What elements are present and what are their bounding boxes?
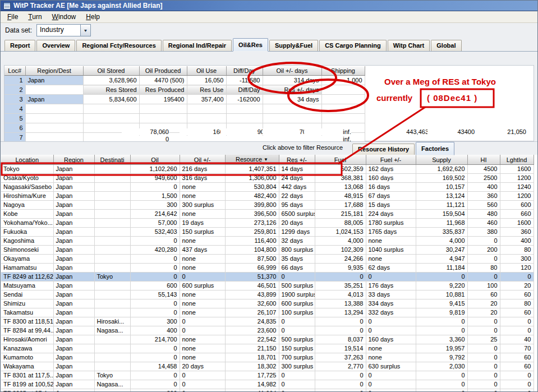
summary-cell — [187, 123, 226, 133]
location-row[interactable]: HamamatsuJapan0none66,99966 days9,93562 … — [1, 264, 534, 273]
summary-cell: 4 — [4, 104, 25, 114]
tab-supply-fuel[interactable]: Supply&Fuel — [269, 40, 318, 51]
location-col-resource[interactable]: Resource▼ — [225, 155, 279, 165]
location-col-fuel[interactable]: Fuel — [315, 155, 366, 165]
location-cell: 100 surplus — [279, 308, 315, 317]
location-cell: 1600 — [500, 219, 534, 228]
location-row[interactable]: OkayamaJapan0none87,50035 days24,266none… — [1, 255, 534, 264]
location-row[interactable]: ShimonosekiJapan420,280437 days104,80080… — [1, 246, 534, 255]
location-cell: 22,542 — [225, 335, 279, 344]
location-cell: Japan — [53, 317, 94, 326]
summary-col-oil-stored[interactable]: Oil Stored — [83, 66, 139, 76]
summary-cell — [139, 104, 187, 114]
location-row[interactable]: FukuokaJapan532,403150 surplus259,801129… — [1, 228, 534, 237]
location-col-lghtind[interactable]: LghtInd — [500, 155, 534, 165]
location-row[interactable]: TakamatsuJapan0none26,107100 surplus13,2… — [1, 308, 534, 317]
location-row[interactable]: TokyoJapan1,102,260216 days1,407,35114 d… — [1, 165, 534, 174]
location-cell: Japan — [53, 290, 94, 299]
subtab-resource-history[interactable]: Resource History — [352, 144, 415, 155]
location-col-supply[interactable]: Supply — [416, 155, 467, 165]
summary-cell: 4470 (500) — [139, 76, 187, 85]
location-row[interactable]: MatsuyamaJapan600600 surplus46,501500 su… — [1, 282, 534, 290]
location-row[interactable]: KanazawaJapan0none21,150150 surplus19,51… — [1, 344, 534, 353]
location-row[interactable]: SendaiJapan55,143none43,8991900 surplus4… — [1, 290, 534, 299]
location-row[interactable]: Yokohama/Yoko...Japan57,00019 days273,12… — [1, 219, 534, 228]
combobox-arrow-icon[interactable]: ▼ — [80, 25, 90, 36]
subtab-factories[interactable]: Factories — [416, 142, 454, 155]
location-col-region[interactable]: Region — [53, 155, 94, 165]
location-row[interactable]: Hirosaki/AomoriJapan214,700none22,542500… — [1, 335, 534, 344]
summary-row[interactable]: 6 — [4, 123, 365, 133]
summary-col-shipping[interactable]: Shipping — [321, 66, 365, 76]
tab-oil-res[interactable]: Oil&Res — [233, 38, 268, 52]
menu-help[interactable]: Help — [81, 12, 105, 22]
location-col-destinati[interactable]: Destinati — [94, 155, 130, 165]
location-cell: 335,837 — [416, 228, 467, 237]
tab-report[interactable]: Report — [4, 40, 35, 51]
summary-cell — [321, 133, 365, 142]
location-col-oil[interactable]: Oil — [130, 155, 180, 165]
tab-regional-ind-repair[interactable]: Regional Ind/Repair — [163, 40, 232, 51]
location-cell: 0 — [279, 380, 315, 389]
location-row[interactable]: NagoyaJapan300300 surplus399,80095 days1… — [1, 201, 534, 210]
location-cell: 11,964 — [225, 389, 279, 392]
location-cell: Japan — [53, 308, 94, 317]
location-row[interactable]: TF 8300 at 118,51JapanHirosaki...300024,… — [1, 317, 534, 326]
location-row[interactable]: TF 8249 at 112,62JapanTokyo0051,37000000… — [1, 273, 534, 282]
location-cell: Nagasaki/Sasebo — [1, 183, 53, 192]
location-row[interactable]: TF 8235 at 97,4...Japan300011,964000000 — [1, 389, 534, 392]
location-cell: 2,770 — [315, 362, 366, 371]
dataset-combobox[interactable]: Industry ▼ — [36, 24, 91, 36]
location-cell: 0 — [416, 380, 467, 389]
location-cell: Japan — [53, 273, 94, 282]
summary-row[interactable]: 1Japan3,628,9604470 (500)16,050-11,58031… — [4, 76, 365, 85]
location-col-oil[interactable]: Oil +/- — [180, 155, 225, 165]
location-cell: 62 days — [366, 264, 416, 273]
summary-col-loc[interactable]: Loc# — [4, 66, 25, 76]
location-cell: Japan — [53, 201, 94, 210]
location-row[interactable]: TF 8284 at 99,44...JapanNagasa...400023,… — [1, 326, 534, 335]
location-row[interactable]: TF 8199 at 100,52JapanNagasa...0014,9820… — [1, 380, 534, 389]
tab-regional-fcty-resources[interactable]: Regional Fcty/Resources — [76, 40, 161, 51]
location-cell: none — [366, 255, 416, 264]
location-row[interactable]: ShimizuJapan0none32,600600 surplus13,388… — [1, 299, 534, 308]
tab-cs-cargo-planning[interactable]: CS Cargo Planning — [319, 40, 387, 51]
location-row[interactable]: KagoshimaJapan0none116,40032 days4,000no… — [1, 237, 534, 246]
location-cell: 51,370 — [225, 273, 279, 282]
location-row[interactable]: Osaka/KyotoJapan949,600316 days1,306,000… — [1, 174, 534, 183]
menu-file[interactable]: File — [2, 12, 23, 22]
location-col-fuel[interactable]: Fuel +/- — [366, 155, 416, 165]
summary-col-diff-day[interactable]: Diff/Day — [226, 66, 263, 76]
summary-row[interactable]: 5 — [4, 114, 365, 123]
summary-cell — [25, 133, 83, 142]
location-row[interactable]: KumamotoJapan0none18,701700 surplus37,26… — [1, 353, 534, 362]
summary-row[interactable]: 4 — [4, 104, 365, 114]
location-col-location[interactable]: Location — [1, 155, 53, 165]
menu-turn[interactable]: Turn — [23, 12, 47, 22]
summary-cell: 7 — [4, 133, 25, 142]
location-row[interactable]: WakayamaJapan14,45820 days18,302300 surp… — [1, 362, 534, 371]
summary-col-oil-use[interactable]: Oil Use — [187, 66, 226, 76]
location-row[interactable]: TF 8301 at 117,5...JapanTokyo0017,725000… — [1, 371, 534, 380]
summary-row[interactable]: 2Res StoredRes ProducedRes UseDiff/DayRe… — [4, 85, 365, 95]
location-row[interactable]: Hiroshima/KureJapan1,500none482,40022 da… — [1, 192, 534, 201]
location-cell: TF 8235 at 97,4... — [1, 389, 53, 392]
tab-overview[interactable]: Overview — [36, 40, 75, 51]
location-row[interactable]: Nagasaki/SaseboJapan0none530,804442 days… — [1, 183, 534, 192]
tab-global[interactable]: Global — [431, 40, 461, 51]
title-bar[interactable]: WitP Tracker AE [Me Japs against Allied … — [1, 1, 537, 11]
summary-col-oil-days[interactable]: Oil +/- days — [263, 66, 321, 76]
summary-cell: Japan — [25, 76, 83, 85]
location-col-res[interactable]: Res +/- — [279, 155, 315, 165]
location-cell: 150 surplus — [279, 344, 315, 353]
location-row[interactable]: KobeJapan214,642none396,5006500 surplus2… — [1, 210, 534, 219]
tab-witp-chart[interactable]: Witp Chart — [388, 40, 430, 51]
menu-window[interactable]: Window — [47, 12, 81, 22]
summary-row[interactable]: 3Japan5,834,600195400357,400-16200034 da… — [4, 95, 365, 104]
location-cell: Kagoshima — [1, 237, 53, 246]
location-cell: 0 — [467, 353, 500, 362]
location-col-hi[interactable]: HI — [467, 155, 500, 165]
summary-row[interactable]: 7 — [4, 133, 365, 142]
summary-col-region-dest[interactable]: Region/Dest — [25, 66, 83, 76]
summary-col-oil-produced[interactable]: Oil Produced — [139, 66, 187, 76]
